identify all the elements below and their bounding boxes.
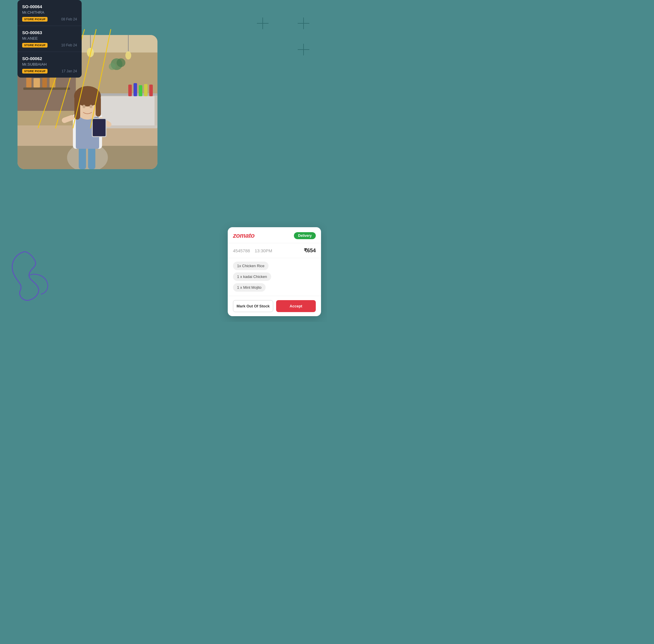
svg-point-30 xyxy=(109,63,116,70)
store-pickup-badge-1: STORE PICKUP xyxy=(22,17,48,22)
order-id-2: SO-00063 xyxy=(22,30,77,35)
order-card-3[interactable]: SO-00062 Mr.SUBBAIAH STORE PICKUP 17 Jan… xyxy=(18,52,81,77)
zomato-order-items: 1x Chicken Rice 1 x kadai Chicken 1 x Mi… xyxy=(228,258,321,296)
svg-point-29 xyxy=(117,58,125,67)
order-item-1: 1x Chicken Rice xyxy=(233,262,268,270)
svg-rect-24 xyxy=(50,77,55,88)
order-footer-1: STORE PICKUP 08 Feb 24 xyxy=(22,17,77,22)
order-cards-panel: SO-00064 Mr.CHITHRA STORE PICKUP 08 Feb … xyxy=(18,0,81,77)
order-footer-2: STORE PICKUP 10 Feb 24 xyxy=(22,43,77,48)
zomato-card: zomato Delivery 4545788 13:30PM ₹654 1x … xyxy=(228,227,321,316)
svg-rect-21 xyxy=(26,77,31,88)
crosshair-decoration-1 xyxy=(257,18,268,29)
order-date-2: 10 Feb 24 xyxy=(61,43,77,47)
order-item-2: 1 x kadai Chicken xyxy=(233,272,271,281)
zomato-order-time: 13:30PM xyxy=(255,248,272,253)
svg-rect-35 xyxy=(149,85,153,96)
zomato-header: zomato Delivery xyxy=(228,227,321,243)
crosshair-decoration-3 xyxy=(298,44,309,55)
order-id-1: SO-00064 xyxy=(22,4,77,9)
svg-rect-31 xyxy=(128,85,132,96)
order-date-1: 08 Feb 24 xyxy=(61,17,77,21)
svg-rect-15 xyxy=(23,88,70,90)
zomato-logo: zomato xyxy=(233,232,255,239)
zomato-actions: Mark Out Of Stock Accept xyxy=(228,296,321,316)
store-pickup-badge-3: STORE PICKUP xyxy=(22,69,48,73)
svg-rect-37 xyxy=(79,146,86,169)
order-card-2[interactable]: SO-00063 Mr.ANEE STORE PICKUP 10 Feb 24 xyxy=(18,26,81,52)
zomato-order-info: 4545788 13:30PM ₹654 xyxy=(228,243,321,258)
purple-scribble-decoration xyxy=(6,246,58,304)
delivery-badge: Delivery xyxy=(294,232,316,239)
svg-rect-33 xyxy=(139,85,142,96)
mark-out-of-stock-button[interactable]: Mark Out Of Stock xyxy=(233,300,273,312)
svg-rect-22 xyxy=(33,78,40,88)
order-customer-3: Mr.SUBBAIAH xyxy=(22,62,77,67)
svg-rect-23 xyxy=(42,76,47,88)
order-id-3: SO-00062 xyxy=(22,56,77,61)
order-date-3: 17 Jan 24 xyxy=(62,69,77,73)
svg-point-50 xyxy=(90,105,92,108)
order-footer-3: STORE PICKUP 17 Jan 24 xyxy=(22,69,77,73)
accept-button[interactable]: Accept xyxy=(276,300,316,312)
svg-rect-48 xyxy=(96,96,101,117)
svg-rect-38 xyxy=(88,146,95,169)
order-customer-2: Mr.ANEE xyxy=(22,36,77,41)
order-customer-1: Mr.CHITHRA xyxy=(22,10,77,15)
svg-rect-34 xyxy=(144,84,147,96)
svg-rect-47 xyxy=(74,96,80,120)
crosshair-decoration-2 xyxy=(298,18,309,29)
zomato-order-number: 4545788 xyxy=(233,248,250,253)
order-item-3: 1 x Mint Mojito xyxy=(233,283,265,292)
svg-point-49 xyxy=(83,105,86,108)
svg-rect-32 xyxy=(134,83,137,96)
order-card-1[interactable]: SO-00064 Mr.CHITHRA STORE PICKUP 08 Feb … xyxy=(18,0,81,26)
svg-point-9 xyxy=(87,48,94,57)
store-pickup-badge-2: STORE PICKUP xyxy=(22,43,48,48)
svg-point-11 xyxy=(125,51,131,60)
svg-rect-44 xyxy=(93,119,106,136)
zomato-order-price: ₹654 xyxy=(304,247,316,254)
